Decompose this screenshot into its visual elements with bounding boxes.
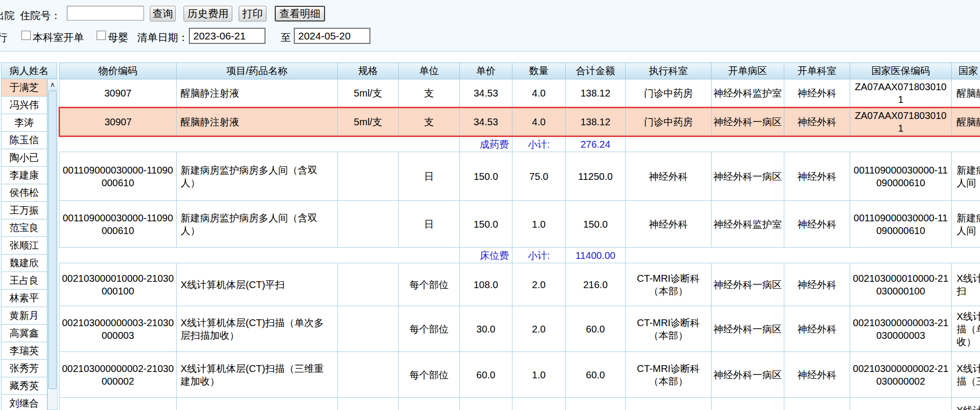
patient-list-item[interactable]: 陈玉信 — [1, 132, 47, 149]
cell-insurance_name: 醒脑静注射液 — [952, 108, 980, 137]
date-from-input[interactable] — [189, 28, 265, 44]
fee-row[interactable]: 002103000010000-21030000100X线计算机体层(CT)平扫… — [60, 263, 980, 306]
admission-no-label: 住院号： — [20, 9, 61, 22]
column-header[interactable]: 单价 — [460, 63, 512, 79]
cell-name: 醒脑静注射液 — [177, 108, 338, 137]
subtotal-row[interactable]: 床位费小计:11400.00 — [60, 248, 980, 263]
column-header[interactable]: 单位 — [399, 63, 460, 79]
cell-dept: 神经外科 — [784, 263, 850, 306]
table-body: 30907醒脑静注射液5ml/支支34.534.0138.12门诊中药房神经外科… — [60, 79, 980, 410]
own-dept-checkbox-label[interactable]: 本科室开单 — [33, 31, 84, 44]
patient-list-item[interactable]: 李涛 — [1, 114, 47, 132]
cell-unit: 支 — [399, 79, 460, 108]
scrollbar-thumb[interactable] — [48, 91, 57, 389]
maternal-checkbox[interactable] — [97, 31, 106, 40]
admission-no-input[interactable] — [67, 6, 144, 20]
patient-list-item[interactable]: 林素平 — [1, 290, 47, 307]
cell-qty: 2.0 — [512, 398, 566, 410]
print-button[interactable]: 打印 — [239, 6, 266, 21]
cell-qty: 2.0 — [512, 306, 566, 352]
fee-row[interactable]: 001109000030000-11090000610新建病房监护病房多人间（含… — [60, 201, 980, 248]
cell-dept: 神经外科 — [784, 152, 850, 201]
column-header[interactable]: 国家 — [952, 63, 980, 79]
scroll-up-arrow-icon[interactable]: ∧ — [48, 79, 57, 90]
column-header[interactable]: 国家医保编码 — [850, 63, 952, 79]
cell-ward: 神经外科一病区 — [712, 306, 784, 352]
cell-price: 60.0 — [460, 398, 512, 410]
cell-dept: 神经外科 — [784, 108, 850, 137]
patient-list-scrollbar[interactable]: ∧ — [47, 79, 58, 410]
patient-list-item[interactable]: 李建康 — [1, 167, 47, 184]
subtotal-row[interactable]: 成药费小计:276.24 — [60, 137, 980, 152]
patient-list-item[interactable]: 范宝良 — [1, 219, 47, 237]
patient-list-item[interactable]: 李瑞英 — [1, 342, 47, 360]
cell-unit: 每个部位 — [399, 306, 460, 352]
toolbar-panel: 出院 住院号： 查询 历史费用 打印 查看明细 行 本科室开单 母婴 清单日期：… — [0, 0, 980, 52]
patient-list-item[interactable]: 刘继合 — [1, 395, 47, 410]
patient-list-item[interactable]: 王占良 — [1, 272, 47, 290]
column-header[interactable]: 开单科室 — [784, 63, 850, 79]
subtotal-label: 小计: — [512, 137, 566, 152]
cell-total: 138.12 — [566, 108, 626, 137]
patient-list-item[interactable]: 冯兴伟 — [1, 97, 47, 114]
history-fee-button[interactable]: 历史费用 — [184, 6, 232, 21]
patient-list-item[interactable]: 于满芝 — [1, 79, 47, 97]
cell-unit: 每个部位 — [399, 398, 460, 410]
cell-exec: 门诊中药房 — [626, 108, 712, 137]
column-header[interactable]: 数量 — [512, 63, 566, 79]
cell-dept: 神经外科 — [784, 398, 850, 410]
subtotal-blank — [626, 248, 980, 263]
cell-exec: CT-MRI诊断科（本部） — [626, 398, 712, 410]
query-button[interactable]: 查询 — [150, 6, 176, 21]
fee-row-selected[interactable]: 30907醒脑静注射液5ml/支支34.534.0138.12门诊中药房神经外科… — [60, 108, 980, 137]
subtotal-label: 小计: — [512, 248, 566, 263]
cell-dept: 神经外科 — [784, 201, 850, 248]
cell-unit: 每个部位 — [399, 263, 460, 306]
column-header[interactable]: 物价编码 — [60, 63, 177, 79]
to-label: 至 — [281, 31, 291, 44]
date-to-input[interactable] — [294, 28, 370, 44]
clipped-row-label: 行 — [0, 31, 7, 44]
patient-list-item[interactable]: 王万振 — [1, 202, 47, 219]
patient-list-item[interactable]: 张秀芳 — [1, 360, 47, 377]
patient-list-item[interactable]: 陶小已 — [1, 149, 47, 167]
cell-name: 新建病房监护病房多人间（含双人） — [177, 201, 338, 248]
cell-price: 30.0 — [460, 306, 512, 352]
patient-list-item[interactable]: 魏建欣 — [1, 254, 47, 272]
cell-unit: 支 — [399, 108, 460, 137]
fee-row[interactable]: 002103000000003-21030000003X线计算机体层(CT)扫描… — [60, 306, 980, 352]
column-header[interactable]: 项目/药品名称 — [177, 63, 338, 79]
cell-name: X线计算机体层(CT)扫描（单次多层扫描加收） — [177, 306, 338, 352]
cell-insurance_code: 001109000030000-11090000610 — [850, 201, 952, 248]
own-dept-checkbox[interactable] — [21, 31, 31, 40]
column-header[interactable]: 执行科室 — [626, 63, 712, 79]
column-header[interactable]: 合计金额 — [566, 63, 626, 79]
cell-exec: CT-MRI诊断科（本部） — [626, 352, 712, 398]
maternal-checkbox-label[interactable]: 母婴 — [108, 31, 128, 44]
cell-ward: 神经外科监护室 — [712, 201, 784, 248]
cell-exec: 门诊中药房 — [626, 79, 712, 108]
patient-list-item[interactable]: 张顺江 — [1, 237, 47, 254]
column-header[interactable]: 开单病区 — [712, 63, 784, 79]
view-detail-button[interactable]: 查看明细 — [275, 6, 325, 21]
column-header[interactable]: 规格 — [338, 63, 399, 79]
cell-total: 60.0 — [566, 306, 626, 352]
patient-list-item[interactable]: 高冀鑫 — [1, 325, 47, 342]
cell-code: 001109000030000-11090000610 — [60, 152, 177, 201]
cell-qty: 4.0 — [512, 79, 566, 108]
fee-row[interactable]: 30907醒脑静注射液5ml/支支34.534.0138.12门诊中药房神经外科… — [60, 79, 980, 108]
cell-insurance_code: 001109000030000-11090000610 — [850, 152, 952, 201]
cell-price: 34.53 — [460, 108, 512, 137]
fee-row[interactable]: 002103000000002-21030000002X线计算机体层(CT)扫描… — [60, 352, 980, 398]
cell-insurance_code: 002103000000001-21030000001 — [850, 398, 952, 410]
patient-list-item[interactable]: 藏秀英 — [1, 377, 47, 395]
cell-total: 120.0 — [566, 398, 626, 410]
fee-row[interactable]: 002103000000001-21030000001X线计算机体层(CT)扫描… — [60, 398, 980, 410]
cell-insurance_name: 新建病房监护病房多人间（含双人） — [952, 201, 980, 248]
cell-price: 150.0 — [460, 201, 512, 248]
patient-list-item[interactable]: 黄新月 — [1, 307, 47, 325]
cell-insurance_code: 002103000000003-21030000003 — [850, 306, 952, 352]
patient-list-item[interactable]: 侯伟松 — [1, 184, 47, 202]
cell-exec: CT-MRI诊断科（本部） — [626, 306, 712, 352]
fee-row[interactable]: 001109000030000-11090000610新建病房监护病房多人间（含… — [60, 152, 980, 201]
